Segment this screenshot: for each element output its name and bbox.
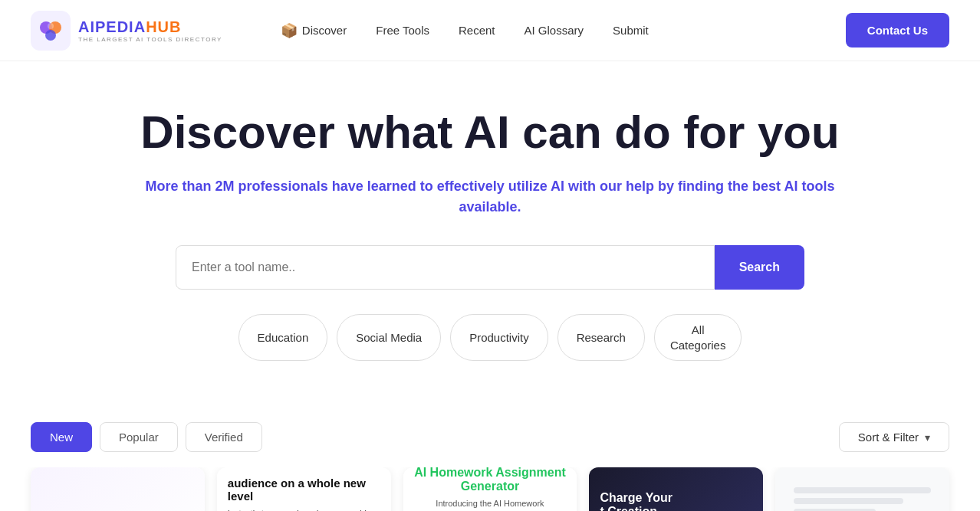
hero-title: Discover what AI can do for you <box>31 107 949 158</box>
category-pills: Education Social Media Productivity Rese… <box>31 314 949 361</box>
chevron-down-icon: ▾ <box>925 431 930 444</box>
nav-item-recent[interactable]: Recent <box>446 18 508 43</box>
tool-card-3[interactable]: AI Homework Assignment Generator Introdu… <box>403 467 577 511</box>
card-3-text: Introducing the AI Homework Assignment G… <box>414 498 567 511</box>
logo-subtitle: THE LARGEST AI TOOLS DIRECTORY <box>78 36 222 43</box>
tool-card-5[interactable] <box>775 467 949 511</box>
nav-item-submit[interactable]: Submit <box>600 18 661 43</box>
category-pill-all[interactable]: AllCategories <box>654 314 742 361</box>
category-pill-education[interactable]: Education <box>238 314 328 361</box>
search-input[interactable] <box>176 245 715 290</box>
hero-section: Discover what AI can do for you More tha… <box>0 61 980 422</box>
logo[interactable]: AIPEDIAHUB THE LARGEST AI TOOLS DIRECTOR… <box>31 11 222 51</box>
filter-tabs: New Popular Verified <box>31 422 262 452</box>
sort-filter-label: Sort & Filter <box>858 431 919 444</box>
nav-item-discover[interactable]: 📦 Discover <box>268 16 359 45</box>
tool-card-4[interactable]: Charge Your t Creation 🔥 <box>589 467 763 511</box>
filter-tab-new[interactable]: New <box>31 422 92 452</box>
svg-point-3 <box>45 30 56 41</box>
logo-icon <box>31 11 71 51</box>
card-4-title-line2: t Creation <box>600 505 752 511</box>
card-2-title: audience on a whole new level <box>228 477 380 503</box>
cards-row: צ'אטבוט GPT) בעברי) audience on a whole … <box>0 467 980 511</box>
filter-tab-verified[interactable]: Verified <box>186 422 262 452</box>
card-5-preview <box>786 480 939 511</box>
nav-item-ai-glossary[interactable]: AI Glossary <box>512 18 597 43</box>
svg-point-4 <box>48 23 54 29</box>
logo-name: AIPEDIAHUB <box>78 18 222 36</box>
tool-card-1[interactable]: צ'אטבוט GPT) בעברי) <box>31 467 205 511</box>
logo-text: AIPEDIAHUB THE LARGEST AI TOOLS DIRECTOR… <box>78 18 222 43</box>
main-nav: 📦 Discover Free Tools Recent AI Glossary… <box>268 16 661 45</box>
filter-tab-popular[interactable]: Popular <box>100 422 178 452</box>
card-2-text: Instantly turn your brand message, ideas… <box>228 507 380 511</box>
category-pill-research[interactable]: Research <box>557 314 645 361</box>
hero-subtitle: More than 2M professionals have learned … <box>145 176 835 218</box>
sort-filter-button[interactable]: Sort & Filter ▾ <box>839 422 949 452</box>
header: AIPEDIAHUB THE LARGEST AI TOOLS DIRECTOR… <box>0 0 980 61</box>
contact-us-button[interactable]: Contact Us <box>846 13 949 47</box>
preview-line-2 <box>794 498 903 504</box>
card-4-title-line1: Charge Your <box>600 491 752 505</box>
category-pill-productivity[interactable]: Productivity <box>450 314 548 361</box>
card-3-title: AI Homework Assignment Generator <box>414 467 567 493</box>
search-button[interactable]: Search <box>715 245 804 290</box>
category-pill-social-media[interactable]: Social Media <box>337 314 441 361</box>
nav-item-free-tools[interactable]: Free Tools <box>363 18 442 43</box>
box-icon: 📦 <box>281 22 298 39</box>
tool-card-2[interactable]: audience on a whole new level Instantly … <box>217 467 391 511</box>
search-bar: Search <box>176 245 804 290</box>
preview-line-1 <box>794 487 931 493</box>
filter-row: New Popular Verified Sort & Filter ▾ <box>0 422 980 452</box>
